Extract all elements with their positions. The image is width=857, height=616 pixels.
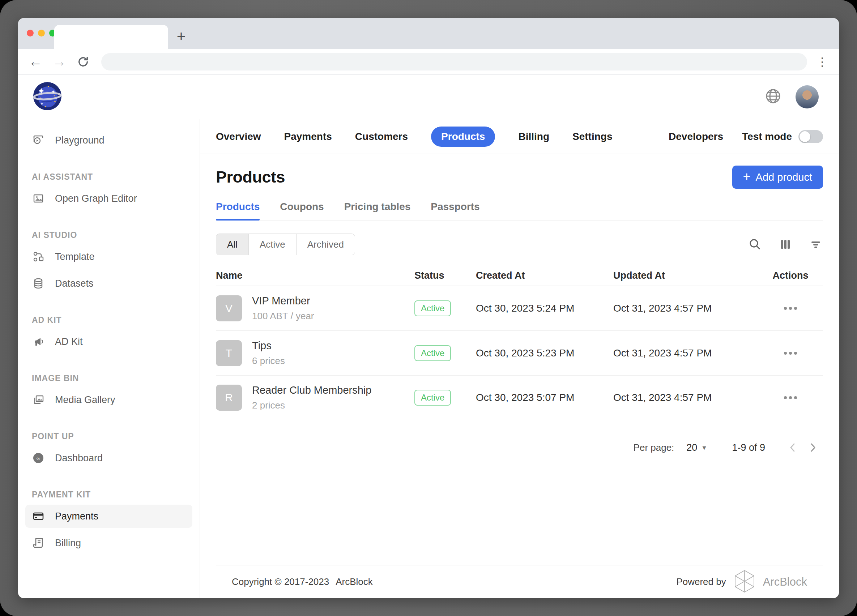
- filter-archived[interactable]: Archived: [296, 234, 355, 255]
- product-subtitle: 2 prices: [252, 400, 371, 411]
- table-row[interactable]: T Tips 6 prices Active Oct 30, 2023 5:23…: [216, 330, 823, 375]
- product-cell: V VIP Member 100 ABT / year: [216, 295, 415, 322]
- subtab-products[interactable]: Products: [216, 201, 260, 220]
- sidebar-item-label: Dashboard: [55, 452, 103, 464]
- filter-all[interactable]: All: [216, 234, 248, 255]
- table-row[interactable]: R Reader Club Membership 2 prices Active…: [216, 375, 823, 420]
- sidebar-item-media-gallery[interactable]: Media Gallery: [25, 388, 192, 411]
- app-header: [18, 75, 839, 119]
- row-actions-icon[interactable]: [784, 396, 797, 399]
- row-actions-icon[interactable]: [784, 352, 797, 355]
- search-icon[interactable]: [748, 237, 762, 252]
- col-updated: Updated At: [613, 270, 758, 281]
- nav-tab-customers[interactable]: Customers: [355, 131, 408, 142]
- arcblock-brand-text[interactable]: ArcBlock: [763, 576, 807, 588]
- test-mode-toggle[interactable]: [798, 130, 823, 143]
- test-mode-control: Test mode: [742, 130, 823, 143]
- nav-tab-settings[interactable]: Settings: [572, 131, 612, 142]
- sidebar-section-point-up: POINT UP: [32, 432, 192, 442]
- sidebar-item-billing[interactable]: Billing: [25, 531, 192, 554]
- sidebar-item-dashboard[interactable]: ∞ Dashboard: [25, 446, 192, 469]
- sidebar-item-label: Billing: [55, 537, 81, 549]
- sidebar-item-template[interactable]: Template: [25, 245, 192, 268]
- browser-tab[interactable]: [54, 25, 168, 49]
- browser-menu-icon[interactable]: ⋮: [815, 54, 829, 70]
- header-actions: [765, 85, 819, 108]
- col-status: Status: [415, 270, 476, 281]
- filter-icon[interactable]: [809, 237, 823, 252]
- new-tab-button[interactable]: +: [172, 27, 190, 46]
- product-cell: T Tips 6 prices: [216, 340, 415, 367]
- prev-page-button[interactable]: [783, 437, 803, 458]
- gallery-icon: [32, 394, 45, 406]
- sidebar-item-payments[interactable]: Payments: [25, 505, 192, 528]
- status-badge: Active: [415, 300, 451, 316]
- next-page-button[interactable]: [803, 437, 823, 458]
- main-nav-right: Developers Test mode: [668, 130, 823, 143]
- list-toolbar: All Active Archived: [216, 233, 823, 255]
- columns-icon[interactable]: [778, 237, 793, 252]
- pagination-range: 1-9 of 9: [732, 442, 765, 453]
- sidebar-item-label: Payments: [55, 511, 98, 522]
- window-controls: [27, 29, 56, 37]
- sidebar-item-label: Template: [55, 251, 95, 262]
- filter-active[interactable]: Active: [248, 234, 296, 255]
- main-nav: Overview Payments Customers Products Bil…: [200, 119, 839, 154]
- caret-down-icon[interactable]: ▾: [702, 443, 706, 452]
- product-avatar: V: [216, 295, 242, 321]
- minimize-window-button[interactable]: [38, 29, 45, 37]
- col-created: Created At: [476, 270, 613, 281]
- per-page-value[interactable]: 20: [686, 442, 697, 453]
- app-logo[interactable]: [32, 81, 62, 113]
- playground-icon: [32, 134, 45, 146]
- table-tools: [748, 237, 823, 252]
- page-content: Products + Add product Products Coupons …: [200, 154, 839, 598]
- table-row[interactable]: V VIP Member 100 ABT / year Active Oct 3…: [216, 286, 823, 330]
- product-cell: R Reader Club Membership 2 prices: [216, 384, 415, 411]
- row-actions-icon[interactable]: [784, 307, 797, 310]
- subtab-pricing-tables[interactable]: Pricing tables: [344, 201, 411, 220]
- updated-at: Oct 31, 2023 4:57 PM: [613, 347, 758, 359]
- forward-icon[interactable]: →: [51, 54, 67, 70]
- product-avatar: T: [216, 340, 242, 366]
- nav-tab-overview[interactable]: Overview: [216, 131, 261, 142]
- reload-icon[interactable]: [75, 54, 91, 70]
- sidebar-section-payment-kit: PAYMENT KIT: [32, 490, 192, 500]
- col-name: Name: [216, 270, 415, 281]
- status-badge: Active: [415, 345, 451, 361]
- receipt-icon: [32, 537, 45, 549]
- sidebar-item-ad-kit[interactable]: AD Kit: [25, 330, 192, 353]
- page-footer: Copyright © 2017-2023 ArcBlock Powered b…: [216, 565, 823, 598]
- sidebar-section-ad-kit: AD KIT: [32, 315, 192, 325]
- sidebar-item-datasets[interactable]: Datasets: [25, 272, 192, 295]
- nav-tab-payments[interactable]: Payments: [284, 131, 332, 142]
- user-avatar[interactable]: [795, 85, 819, 108]
- per-page-label: Per page:: [634, 442, 674, 453]
- toggle-knob: [800, 131, 811, 142]
- copyright: Copyright © 2017-2023 ArcBlock: [232, 576, 373, 587]
- created-at: Oct 30, 2023 5:07 PM: [476, 392, 613, 403]
- add-product-button[interactable]: + Add product: [732, 165, 823, 189]
- address-bar[interactable]: [101, 53, 807, 71]
- sidebar-item-playground[interactable]: Playground: [25, 129, 192, 152]
- main-nav-tabs: Overview Payments Customers Products Bil…: [216, 127, 612, 147]
- close-window-button[interactable]: [27, 29, 34, 37]
- powered-by: Powered by ArcBlock: [676, 570, 807, 594]
- developers-link[interactable]: Developers: [668, 131, 723, 142]
- plus-icon: +: [743, 169, 751, 184]
- globe-icon[interactable]: [765, 88, 781, 105]
- image-icon: [32, 193, 45, 204]
- subtab-coupons[interactable]: Coupons: [280, 201, 323, 220]
- sidebar-item-open-graph-editor[interactable]: Open Graph Editor: [25, 187, 192, 210]
- sidebar: Playground AI ASSISTANT Open Graph Edito…: [18, 119, 200, 598]
- back-icon[interactable]: ←: [28, 54, 43, 70]
- created-at: Oct 30, 2023 5:24 PM: [476, 303, 613, 314]
- nav-tab-billing[interactable]: Billing: [518, 131, 549, 142]
- browser-toolbar: ← → ⋮: [18, 49, 839, 75]
- svg-text:∞: ∞: [36, 455, 41, 462]
- subtab-passports[interactable]: Passports: [431, 201, 480, 220]
- nav-tab-products[interactable]: Products: [431, 127, 495, 147]
- product-subtitle: 6 prices: [252, 355, 285, 367]
- credit-card-icon: [32, 511, 45, 522]
- page-head: Products + Add product: [216, 165, 823, 189]
